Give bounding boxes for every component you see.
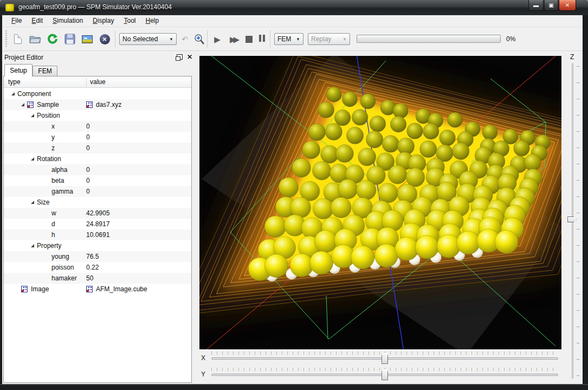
type-cell: d xyxy=(51,219,85,229)
mode-value: FEM xyxy=(277,35,291,43)
close-panel-icon[interactable]: ✕ xyxy=(187,53,192,61)
menu-item-tool[interactable]: Tool xyxy=(119,15,140,26)
value-cell: 0 xyxy=(86,132,189,143)
app-icon xyxy=(5,4,14,11)
value-label: 0 xyxy=(86,133,90,141)
y-slider-label: Y xyxy=(201,370,205,378)
tree-row-d[interactable]: d24.8917 xyxy=(4,219,191,229)
app-window: geoafm_test009.pro — SPM Simulator Ver.2… xyxy=(0,0,588,390)
selection-combobox[interactable]: No Selected▼ xyxy=(119,33,177,45)
menu-item-help[interactable]: Help xyxy=(140,15,164,26)
new-file-icon xyxy=(14,34,22,44)
column-type: type xyxy=(8,78,21,86)
type-cell: w xyxy=(51,208,85,219)
type-cell: hamaker xyxy=(51,273,85,284)
menu-item-simulation[interactable]: Simulation xyxy=(48,15,88,26)
type-label: y xyxy=(51,133,55,141)
type-label: x xyxy=(51,123,55,130)
type-label: Size xyxy=(37,199,49,206)
tree-row-w[interactable]: w42.9905 xyxy=(4,208,191,219)
save-button[interactable] xyxy=(63,32,77,46)
expand-arrow-icon[interactable] xyxy=(31,114,34,117)
z-slider-handle[interactable] xyxy=(567,216,577,222)
tree-row-rotation[interactable]: Rotation xyxy=(4,154,191,164)
type-label: Image xyxy=(31,285,49,293)
maximize-button[interactable]: ▣ xyxy=(544,0,558,11)
tree-row-position[interactable]: Position xyxy=(4,110,191,121)
tree-row-alpha[interactable]: alpha0 xyxy=(4,164,191,175)
selection-value: No Selected xyxy=(122,35,158,43)
progress-label: 0% xyxy=(506,35,515,43)
value-label: 42.9905 xyxy=(86,209,109,217)
tree-row-h[interactable]: h10.0691 xyxy=(4,229,191,240)
type-cell: y xyxy=(51,132,85,143)
value-label: 24.8917 xyxy=(86,220,109,228)
tree-row-poisson[interactable]: poisson0.22 xyxy=(4,262,191,273)
tree-row-size[interactable]: Size xyxy=(4,197,191,208)
value-cell: 0 xyxy=(86,175,189,186)
type-cell: alpha xyxy=(51,164,85,175)
expand-arrow-icon[interactable] xyxy=(11,92,15,95)
new-file-button[interactable] xyxy=(11,32,25,46)
menu-item-file[interactable]: File xyxy=(7,15,27,26)
fast-forward-button[interactable]: ▶▶ xyxy=(225,32,241,46)
chevron-down-icon: ▼ xyxy=(293,37,300,42)
close-project-button[interactable]: ✕ xyxy=(98,32,112,46)
mode-combobox[interactable]: FEM▼ xyxy=(274,33,303,45)
play-button[interactable]: ▶ xyxy=(211,32,223,46)
title-bar[interactable]: geoafm_test009.pro — SPM Simulator Ver.2… xyxy=(0,0,588,15)
3d-viewport[interactable] xyxy=(199,56,561,349)
expand-arrow-icon[interactable] xyxy=(21,103,24,106)
tree-row-y[interactable]: y0 xyxy=(4,132,191,143)
menu-item-edit[interactable]: Edit xyxy=(27,15,48,26)
type-cell: z xyxy=(51,143,85,154)
tree-row-image[interactable]: ImageAFM_Image.cube xyxy=(4,284,191,295)
tree-row-young[interactable]: young76.5 xyxy=(4,251,191,262)
toolbar-separator xyxy=(115,30,115,48)
tree-row-z[interactable]: z0 xyxy=(4,143,191,154)
tree-row-x[interactable]: x0 xyxy=(4,121,191,132)
value-cell: 0 xyxy=(86,143,189,154)
zoom-in-button[interactable] xyxy=(192,32,206,46)
expand-arrow-icon[interactable] xyxy=(31,201,34,204)
tree-row-hamaker[interactable]: hamaker50 xyxy=(4,273,191,284)
value-cell xyxy=(86,110,189,121)
expand-arrow-icon[interactable] xyxy=(31,157,34,161)
tree-row-gamma[interactable]: gamma0 xyxy=(4,186,191,197)
toolbar-grip[interactable] xyxy=(5,30,7,48)
expand-arrow-icon[interactable] xyxy=(31,244,34,247)
stop-button[interactable] xyxy=(243,32,255,46)
value-label: 0.22 xyxy=(86,264,99,271)
type-label: Position xyxy=(37,112,60,119)
type-label: Rotation xyxy=(37,155,61,163)
value-cell: AFM_Image.cube xyxy=(86,284,189,295)
undo-view-button[interactable]: ↶ xyxy=(180,32,190,46)
pause-button[interactable] xyxy=(256,32,268,46)
value-cell xyxy=(86,197,189,208)
tree-row-property[interactable]: Property xyxy=(4,240,191,251)
type-label: Sample xyxy=(37,101,59,108)
chevron-down-icon: ▼ xyxy=(339,37,347,42)
image-export-button[interactable] xyxy=(80,32,94,46)
type-label: alpha xyxy=(51,166,67,174)
tab-setup[interactable]: Setup xyxy=(4,64,33,76)
type-cell: h xyxy=(51,229,85,240)
minimize-button[interactable]: ▬ xyxy=(528,0,544,11)
menu-item-display[interactable]: Display xyxy=(88,15,119,26)
tree-row-beta[interactable]: beta0 xyxy=(4,175,191,186)
type-label: w xyxy=(51,209,56,217)
tree-row-component[interactable]: Component xyxy=(4,88,191,99)
refresh-button[interactable] xyxy=(46,32,60,46)
z-slider[interactable]: Z xyxy=(564,52,582,384)
replay-combobox: Replay▼ xyxy=(308,33,350,45)
project-editor-header[interactable]: Project Editor ✕ xyxy=(2,52,195,63)
value-cell: 0 xyxy=(86,121,189,132)
type-cell: Property xyxy=(31,240,85,251)
value-label: 10.0691 xyxy=(86,231,109,239)
open-file-button[interactable] xyxy=(28,32,42,46)
column-value: value xyxy=(86,78,106,86)
close-button[interactable]: ✕ xyxy=(559,0,576,11)
float-panel-icon[interactable] xyxy=(177,54,183,60)
tree-row-sample[interactable]: Sampledas7.xyz xyxy=(4,99,191,110)
tab-fem[interactable]: FEM xyxy=(33,66,57,76)
